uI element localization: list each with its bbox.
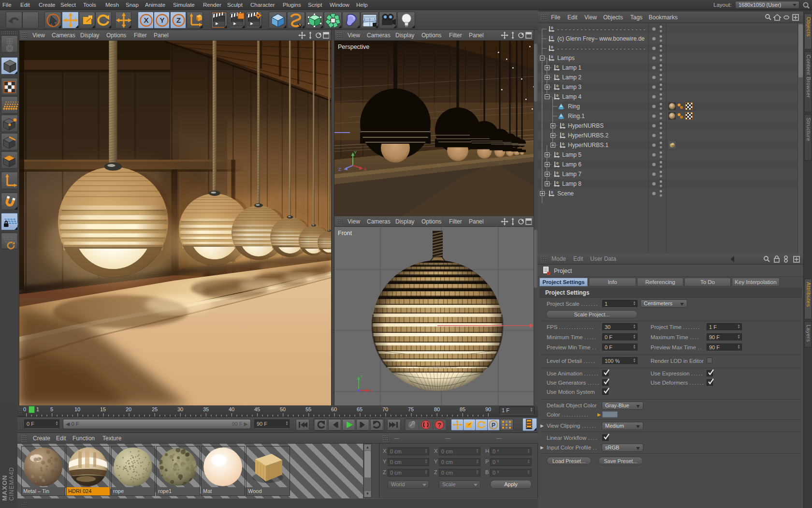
svg-text:?: ? [437, 421, 441, 429]
svg-text:0: 0 [562, 132, 565, 136]
svg-text:Z: Z [176, 16, 181, 24]
svg-text:X: X [363, 167, 366, 172]
svg-text:0: 0 [556, 180, 559, 185]
svg-text:0: 0 [551, 190, 553, 194]
svg-text:0: 0 [551, 45, 553, 49]
svg-text:0: 0 [556, 84, 559, 88]
svg-text:0: 0 [556, 64, 559, 69]
svg-text:Y: Y [354, 150, 357, 155]
svg-text:0: 0 [556, 171, 559, 175]
svg-text:0: 0 [562, 142, 565, 146]
svg-text:0: 0 [556, 93, 559, 98]
svg-text:0: 0 [551, 26, 553, 30]
svg-text:Z: Z [338, 167, 341, 172]
svg-text:P: P [492, 422, 495, 429]
svg-text:Y: Y [160, 16, 164, 24]
svg-text:0: 0 [551, 55, 553, 59]
svg-text:Front: Front [338, 230, 352, 237]
svg-text:0: 0 [551, 35, 553, 40]
svg-text:0: 0 [556, 161, 559, 165]
svg-text:X: X [370, 388, 373, 393]
svg-text:0: 0 [556, 151, 559, 156]
svg-text:Perspective: Perspective [338, 44, 369, 50]
svg-text:0: 0 [562, 122, 565, 127]
svg-text:0: 0 [556, 74, 559, 78]
svg-text:X: X [144, 16, 148, 24]
svg-text:Y: Y [360, 374, 363, 379]
